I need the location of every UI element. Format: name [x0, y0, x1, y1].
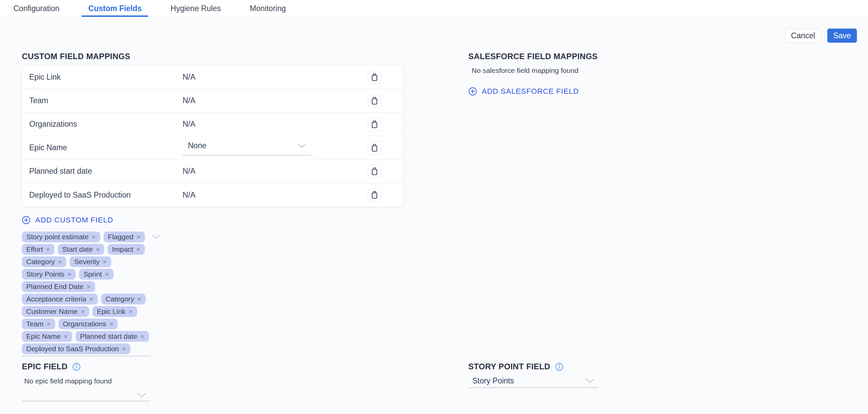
- chip-label: Epic Link: [97, 308, 125, 316]
- delete-field-button[interactable]: [368, 94, 381, 107]
- custom-field-mappings-table: Epic Link N/A Team N/A: [22, 65, 403, 207]
- chip-remove-icon[interactable]: ×: [89, 295, 93, 303]
- chip-remove-icon[interactable]: ×: [136, 245, 140, 253]
- chip-label: Sprint: [83, 270, 102, 278]
- chevron-down-icon[interactable]: [152, 234, 160, 239]
- chip[interactable]: Sprint×: [79, 269, 113, 280]
- trash-icon: [370, 96, 379, 105]
- chip-label: Organizations: [63, 320, 106, 328]
- chip[interactable]: Customer Name×: [22, 306, 89, 317]
- tab-bar: Configuration Custom Fields Hygiene Rule…: [0, 0, 868, 17]
- field-value: N/A: [183, 191, 195, 200]
- chip-row: Customer Name× Epic Link×: [22, 306, 403, 317]
- tab-monitoring[interactable]: Monitoring: [243, 0, 292, 17]
- epic-field-select[interactable]: [22, 390, 151, 401]
- chip-label: Epic Name: [26, 332, 61, 341]
- custom-field-mappings-title: CUSTOM FIELD MAPPINGS: [22, 52, 403, 61]
- chip[interactable]: Start date×: [58, 244, 104, 255]
- cancel-button[interactable]: Cancel: [785, 29, 821, 43]
- delete-field-button[interactable]: [368, 70, 381, 84]
- chip-row: Planned End Date×: [22, 281, 403, 292]
- tab-hygiene-rules[interactable]: Hygiene Rules: [164, 0, 227, 17]
- chip-row: Epic Name× Planned start date×: [22, 331, 403, 342]
- chip-remove-icon[interactable]: ×: [86, 283, 90, 291]
- chip-remove-icon[interactable]: ×: [122, 345, 126, 353]
- chip[interactable]: Story point estimate×: [22, 231, 100, 242]
- field-label: Epic Name: [29, 143, 183, 152]
- chip-label: Story point estimate: [26, 233, 89, 241]
- salesforce-empty-text: No salesforce field mapping found: [472, 67, 737, 74]
- add-salesforce-field-button[interactable]: ADD SALESFORCE FIELD: [468, 87, 737, 96]
- chip-label: Severity: [74, 258, 99, 266]
- chip[interactable]: Flagged×: [103, 231, 145, 242]
- story-point-field-section: STORY POINT FIELD Story Points: [468, 362, 737, 388]
- add-custom-field-button[interactable]: ADD CUSTOM FIELD: [22, 216, 403, 224]
- chip-remove-icon[interactable]: ×: [105, 270, 109, 278]
- delete-field-button[interactable]: [368, 165, 381, 178]
- chip[interactable]: Acceptance criteria×: [22, 294, 98, 305]
- chip[interactable]: Epic Name×: [22, 331, 72, 342]
- multiselect-underline: [22, 356, 151, 356]
- chip[interactable]: Impact×: [107, 244, 145, 255]
- trash-icon: [370, 143, 379, 153]
- chip[interactable]: Planned start date×: [75, 331, 149, 342]
- chip-remove-icon[interactable]: ×: [81, 308, 85, 316]
- chip[interactable]: Severity×: [70, 256, 111, 267]
- epic-name-select[interactable]: None: [183, 140, 312, 155]
- tab-custom-fields[interactable]: Custom Fields: [82, 0, 148, 17]
- chip-label: Customer Name: [26, 308, 78, 316]
- tab-configuration[interactable]: Configuration: [7, 0, 66, 17]
- chip-label: Team: [26, 320, 43, 328]
- custom-fields-multiselect[interactable]: Story point estimate× Flagged× Effort× S…: [22, 231, 403, 356]
- chip-remove-icon[interactable]: ×: [67, 270, 71, 278]
- chip-label: Acceptance criteria: [26, 295, 86, 303]
- chip-remove-icon[interactable]: ×: [58, 258, 62, 266]
- delete-field-button[interactable]: [368, 188, 381, 202]
- chip[interactable]: Story Points×: [22, 269, 75, 280]
- selected-value: Story Points: [472, 376, 514, 385]
- chip-remove-icon[interactable]: ×: [136, 233, 141, 241]
- chip-row: Acceptance criteria× Category×: [22, 294, 403, 305]
- epic-field-title: EPIC FIELD: [22, 362, 68, 371]
- chevron-down-icon: [137, 392, 147, 398]
- chip-label: Effort: [26, 245, 43, 253]
- chip-remove-icon[interactable]: ×: [140, 332, 144, 341]
- add-custom-field-label: ADD CUSTOM FIELD: [35, 216, 113, 224]
- info-icon[interactable]: [555, 362, 563, 371]
- field-value: N/A: [183, 72, 195, 82]
- chip-remove-icon[interactable]: ×: [46, 320, 51, 328]
- chip-remove-icon[interactable]: ×: [46, 245, 50, 253]
- chip-remove-icon[interactable]: ×: [128, 308, 132, 316]
- chip[interactable]: Planned End Date×: [22, 281, 95, 292]
- salesforce-field-mappings-section: SALESFORCE FIELD MAPPINGS No salesforce …: [468, 52, 737, 96]
- delete-field-button[interactable]: [368, 118, 381, 131]
- chip-label: Story Points: [26, 270, 64, 278]
- chip[interactable]: Category×: [101, 294, 146, 305]
- delete-field-button[interactable]: [368, 141, 381, 155]
- chip-remove-icon[interactable]: ×: [96, 245, 100, 253]
- save-button[interactable]: Save: [827, 29, 857, 43]
- field-value: N/A: [183, 120, 195, 129]
- chip-remove-icon[interactable]: ×: [137, 295, 141, 303]
- chip[interactable]: Team×: [22, 319, 55, 329]
- chip-remove-icon[interactable]: ×: [64, 332, 68, 341]
- chip-label: Category: [105, 295, 134, 303]
- epic-field-section: EPIC FIELD No epic field mapping found: [22, 362, 177, 401]
- table-row: Organizations N/A: [22, 113, 403, 136]
- chip[interactable]: Epic Link×: [92, 306, 137, 317]
- chip-remove-icon[interactable]: ×: [92, 233, 96, 241]
- plus-circle-icon: [22, 216, 31, 224]
- chip[interactable]: Deployed to SaaS Production×: [22, 344, 130, 354]
- trash-icon: [370, 167, 379, 176]
- chip-label: Planned End Date: [26, 283, 83, 291]
- chip-remove-icon[interactable]: ×: [102, 258, 106, 266]
- info-icon[interactable]: [72, 362, 81, 371]
- chip[interactable]: Effort×: [22, 244, 55, 255]
- chip[interactable]: Category×: [22, 256, 66, 267]
- chip[interactable]: Organizations×: [59, 319, 118, 329]
- chip-label: Deployed to SaaS Production: [26, 345, 119, 353]
- chevron-down-icon: [586, 378, 594, 383]
- chip-remove-icon[interactable]: ×: [109, 320, 113, 328]
- story-point-field-select[interactable]: Story Points: [468, 376, 598, 388]
- custom-field-mappings-section: CUSTOM FIELD MAPPINGS Epic Link N/A Team…: [22, 52, 403, 356]
